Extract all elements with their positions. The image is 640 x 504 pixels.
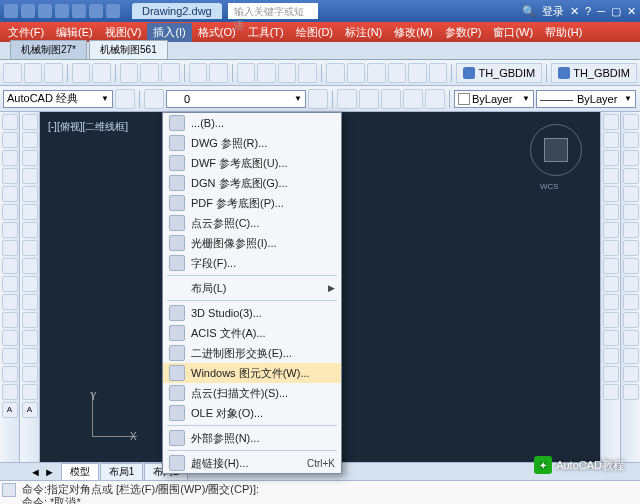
zoom-window-icon[interactable] <box>278 63 297 83</box>
dim-radius-icon[interactable] <box>623 186 639 202</box>
menu-item-layout[interactable]: 布局(L)▶ <box>163 278 341 298</box>
properties-icon[interactable] <box>326 63 345 83</box>
menu-item-ole[interactable]: OLE 对象(O)... <box>163 403 341 423</box>
workspace-settings-icon[interactable] <box>115 89 135 109</box>
block-icon[interactable] <box>2 330 18 346</box>
menu-item-pdf-underlay[interactable]: PDF 参考底图(P)... <box>163 193 341 213</box>
drawing-canvas[interactable]: [-][俯视][二维线框] WCS Y X ...(B)... DWG 参照(R… <box>40 112 600 462</box>
sketch-icon[interactable] <box>22 384 38 400</box>
dim-continue-icon[interactable] <box>623 276 639 292</box>
ray-icon[interactable] <box>22 132 38 148</box>
join-icon[interactable] <box>603 330 619 346</box>
fillet-icon[interactable] <box>603 366 619 382</box>
gradient-icon[interactable] <box>22 240 38 256</box>
dim-aligned-icon[interactable] <box>623 132 639 148</box>
attdef-icon[interactable] <box>22 312 38 328</box>
close-icon[interactable]: ✕ <box>627 5 636 18</box>
menu-parametric[interactable]: 参数(P) <box>439 23 488 42</box>
menu-help[interactable]: 帮助(H) <box>539 23 588 42</box>
menu-tools[interactable]: 工具(T) <box>242 23 290 42</box>
help-icon[interactable]: ? <box>585 5 591 17</box>
insert-icon[interactable] <box>22 294 38 310</box>
scale-icon[interactable] <box>603 240 619 256</box>
markup-icon[interactable] <box>408 63 427 83</box>
trim-icon[interactable] <box>603 276 619 292</box>
menu-item[interactable]: ...(B)... <box>163 113 341 133</box>
dim-baseline-icon[interactable] <box>623 258 639 274</box>
polyline-icon[interactable] <box>2 132 18 148</box>
dim-arc-icon[interactable] <box>623 168 639 184</box>
measure-icon[interactable] <box>22 276 38 292</box>
zoom-icon[interactable] <box>257 63 276 83</box>
circle-icon[interactable] <box>2 150 18 166</box>
infocenter-icon[interactable]: 🔍 <box>522 5 536 18</box>
workspace-combo[interactable]: AutoCAD 经典▼ <box>3 90 113 108</box>
layer-off-icon[interactable] <box>403 89 423 109</box>
sheetset-icon[interactable] <box>388 63 407 83</box>
layout-tab[interactable]: 布局1 <box>100 463 144 481</box>
dimstyle-button[interactable]: TH_GBDIM <box>551 63 637 83</box>
ring-icon[interactable] <box>22 366 38 382</box>
erase-icon[interactable] <box>603 114 619 130</box>
layer-iso-icon[interactable] <box>359 89 379 109</box>
mirror-icon[interactable] <box>603 150 619 166</box>
text2-icon[interactable]: A <box>22 402 38 418</box>
preview-icon[interactable] <box>92 63 111 83</box>
qat-save-icon[interactable] <box>55 4 69 18</box>
menu-item-pointcloud-ref[interactable]: 点云参照(C)... <box>163 213 341 233</box>
ellipse-icon[interactable] <box>2 204 18 220</box>
exchange-icon[interactable]: ✕ <box>570 5 579 18</box>
menu-modify[interactable]: 修改(M) <box>388 23 439 42</box>
mline-icon[interactable] <box>22 150 38 166</box>
qat-undo-icon[interactable] <box>72 4 86 18</box>
line-icon[interactable] <box>2 114 18 130</box>
maximize-icon[interactable]: ▢ <box>611 5 621 18</box>
menu-item-3dstudio[interactable]: 3D Studio(3)... <box>163 303 341 323</box>
donut-icon[interactable] <box>2 348 18 364</box>
quickcalc-icon[interactable] <box>429 63 448 83</box>
array-icon[interactable] <box>603 186 619 202</box>
copy-obj-icon[interactable] <box>603 132 619 148</box>
model-tab[interactable]: 模型 <box>61 463 99 481</box>
menu-insert[interactable]: 插入(I) <box>147 23 191 42</box>
rectangle-icon[interactable] <box>2 186 18 202</box>
divide-icon[interactable] <box>22 258 38 274</box>
undo-icon[interactable] <box>189 63 208 83</box>
save-icon[interactable] <box>44 63 63 83</box>
xline-icon[interactable] <box>22 114 38 130</box>
qat-new-icon[interactable] <box>21 4 35 18</box>
paste-icon[interactable] <box>161 63 180 83</box>
new-icon[interactable] <box>3 63 22 83</box>
copy-icon[interactable] <box>140 63 159 83</box>
point-icon[interactable] <box>2 258 18 274</box>
linetype-combo[interactable]: ———ByLayer▼ <box>536 90 636 108</box>
polygon-icon[interactable] <box>22 168 38 184</box>
open-icon[interactable] <box>24 63 43 83</box>
tab-nav-icon[interactable]: ◄ ► <box>30 466 55 478</box>
wipeout-icon[interactable] <box>2 384 18 400</box>
tolerance-icon[interactable] <box>623 330 639 346</box>
table-icon[interactable] <box>2 294 18 310</box>
dim-diameter-icon[interactable] <box>623 204 639 220</box>
cut-icon[interactable] <box>120 63 139 83</box>
extend-icon[interactable] <box>603 294 619 310</box>
dim-angular-icon[interactable] <box>623 150 639 166</box>
region-icon[interactable] <box>2 276 18 292</box>
dim-jogged-icon[interactable] <box>623 222 639 238</box>
text-icon[interactable]: A <box>2 402 18 418</box>
menu-item-wmf[interactable]: Windows 图元文件(W)... <box>163 363 341 383</box>
qat-plot-icon[interactable] <box>106 4 120 18</box>
menu-file[interactable]: 文件(F) <box>2 23 50 42</box>
designcenter-icon[interactable] <box>347 63 366 83</box>
layer-freeze-icon[interactable] <box>381 89 401 109</box>
color-combo[interactable]: ByLayer▼ <box>454 90 534 108</box>
dim-space-icon[interactable] <box>623 294 639 310</box>
toolpalettes-icon[interactable] <box>367 63 386 83</box>
qat-open-icon[interactable] <box>38 4 52 18</box>
menu-item-field[interactable]: 字段(F)... <box>163 253 341 273</box>
menu-item-dwg-ref[interactable]: DWG 参照(R)... <box>163 133 341 153</box>
stretch-icon[interactable] <box>603 258 619 274</box>
mtext-icon[interactable] <box>2 312 18 328</box>
dim-break-icon[interactable] <box>623 312 639 328</box>
menu-item-dwf-underlay[interactable]: DWF 参考底图(U)... <box>163 153 341 173</box>
